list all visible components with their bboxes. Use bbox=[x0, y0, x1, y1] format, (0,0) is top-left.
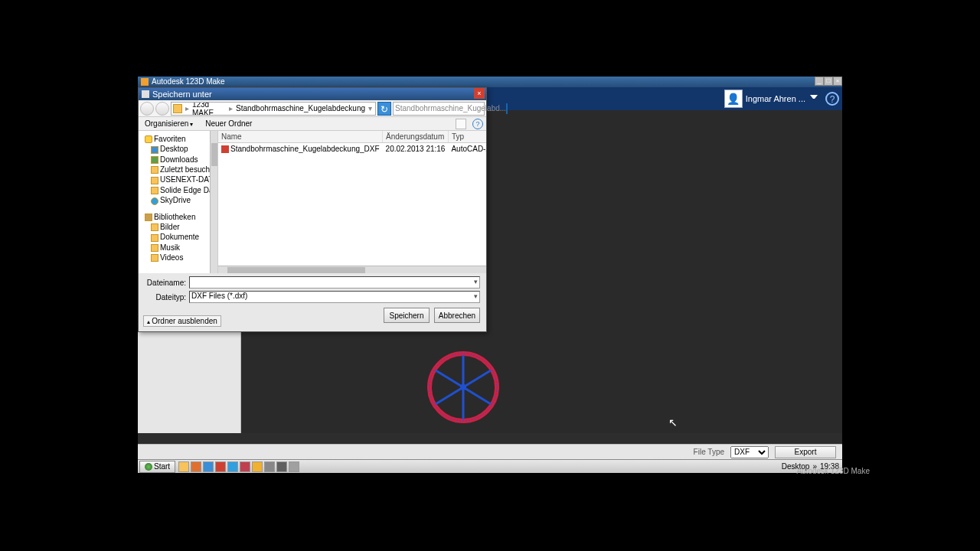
tree-downloads[interactable]: Downloads bbox=[142, 155, 217, 165]
dialog-help-button[interactable]: ? bbox=[472, 119, 483, 129]
path-seg-1[interactable]: Standbohrmaschine_Kugelabdeckung bbox=[234, 104, 367, 112]
tree-desktop[interactable]: Desktop bbox=[142, 144, 217, 154]
tree-solidedge[interactable]: Solide Edge Dateien bbox=[142, 185, 217, 195]
minimize-button[interactable]: _ bbox=[815, 77, 824, 86]
search-icon[interactable] bbox=[506, 103, 508, 114]
refresh-button[interactable]: ↻ bbox=[377, 102, 391, 116]
tree-libraries[interactable]: Bibliotheken bbox=[142, 212, 217, 222]
tree-scrollbar[interactable] bbox=[210, 131, 217, 273]
svg-line-3 bbox=[463, 370, 491, 387]
tree-documents[interactable]: Dokumente bbox=[142, 232, 217, 242]
cancel-button[interactable]: Abbrechen bbox=[434, 308, 480, 323]
dialog-icon bbox=[142, 90, 149, 98]
svg-line-6 bbox=[436, 387, 463, 404]
quicklaunch-item-3[interactable] bbox=[215, 461, 226, 472]
dialog-titlebar[interactable]: Speichern unter × bbox=[139, 88, 486, 100]
start-button[interactable]: Start bbox=[139, 461, 175, 473]
quicklaunch-item-2[interactable] bbox=[203, 461, 214, 472]
folder-icon bbox=[173, 104, 182, 113]
nav-back-button[interactable] bbox=[140, 102, 154, 116]
dialog-nav: ▸ 123d MAKE ▸ Standbohrmaschine_Kugelabd… bbox=[139, 100, 486, 117]
tooltip: Autodesk 123D Make bbox=[796, 467, 870, 475]
file-icon bbox=[221, 145, 229, 153]
quicklaunch-item-1[interactable] bbox=[191, 461, 201, 472]
filename-label: Dateiname: bbox=[145, 279, 189, 287]
file-type-select[interactable]: DXF bbox=[730, 446, 769, 458]
dialog-close-button[interactable]: × bbox=[474, 88, 485, 99]
app-icon bbox=[141, 78, 149, 86]
filetype-select[interactable]: DXF Files (*.dxf) bbox=[189, 291, 480, 303]
maximize-button[interactable]: □ bbox=[824, 77, 833, 86]
folder-tree[interactable]: Favoriten Desktop Downloads Zuletzt besu… bbox=[139, 131, 218, 273]
app-titlebar[interactable]: Autodesk 123D Make _ □ × bbox=[138, 77, 842, 87]
quicklaunch-item-7[interactable] bbox=[264, 461, 275, 472]
start-orb-icon bbox=[145, 463, 152, 471]
quicklaunch-item-5[interactable] bbox=[240, 461, 250, 472]
search-box[interactable]: Standbohrmaschine_Kugelabd... bbox=[393, 102, 485, 116]
path-box[interactable]: ▸ 123d MAKE ▸ Standbohrmaschine_Kugelabd… bbox=[171, 102, 376, 116]
tree-favorites[interactable]: Favoriten bbox=[142, 134, 217, 144]
save-button[interactable]: Speichern bbox=[384, 308, 430, 323]
tree-usenext[interactable]: USENEXT-DATEN bbox=[142, 174, 217, 184]
organize-button[interactable]: Organisieren bbox=[142, 119, 196, 128]
app-title: Autodesk 123D Make bbox=[152, 77, 225, 87]
svg-point-8 bbox=[460, 384, 466, 390]
export-button[interactable]: Export bbox=[775, 446, 836, 458]
new-folder-button[interactable]: Neuer Ordner bbox=[202, 119, 255, 128]
wheel-preview bbox=[425, 349, 501, 425]
col-name[interactable]: Name bbox=[218, 131, 383, 143]
save-as-dialog: Speichern unter × ▸ 123d MAKE ▸ Standboh… bbox=[138, 87, 487, 332]
search-placeholder: Standbohrmaschine_Kugelabd... bbox=[395, 104, 506, 112]
view-button[interactable] bbox=[456, 119, 466, 129]
dialog-toolbar: Organisieren Neuer Ordner ? bbox=[139, 117, 486, 131]
user-menu[interactable]: 👤 Ingmar Ahren ... bbox=[724, 90, 822, 108]
filename-input[interactable] bbox=[189, 276, 480, 289]
list-hscrollbar[interactable] bbox=[218, 266, 486, 273]
app-footer: File Type DXF Export bbox=[138, 444, 842, 459]
help-button[interactable]: ? bbox=[825, 92, 839, 106]
file-type-label: File Type bbox=[694, 448, 724, 456]
tree-music[interactable]: Musik bbox=[142, 243, 217, 253]
avatar: 👤 bbox=[724, 90, 743, 108]
quicklaunch-item-0[interactable] bbox=[178, 461, 189, 472]
tree-videos[interactable]: Videos bbox=[142, 253, 217, 262]
start-label: Start bbox=[154, 462, 170, 471]
quicklaunch-item-6[interactable] bbox=[252, 461, 263, 472]
chevron-down-icon bbox=[810, 95, 818, 103]
col-date[interactable]: Änderungsdatum bbox=[383, 131, 449, 143]
user-name: Ingmar Ahren ... bbox=[746, 94, 805, 103]
quicklaunch-item-9[interactable] bbox=[289, 461, 299, 472]
filetype-label: Dateityp: bbox=[145, 293, 189, 302]
nav-forward-button[interactable] bbox=[155, 102, 169, 116]
tree-recent[interactable]: Zuletzt besucht bbox=[142, 165, 217, 174]
file-row[interactable]: Standbohrmaschine_Kugelabdeckung_DXF 20.… bbox=[218, 143, 486, 155]
close-button[interactable]: × bbox=[833, 77, 842, 86]
quicklaunch-item-4[interactable] bbox=[227, 461, 238, 472]
taskbar: Start Desktop » 19:38 bbox=[138, 459, 842, 473]
col-type[interactable]: Typ bbox=[448, 131, 486, 143]
svg-line-7 bbox=[436, 370, 463, 387]
dialog-bottom: Dateiname: Dateityp: DXF Files (*.dxf) S… bbox=[139, 273, 486, 331]
file-list[interactable]: Name Änderungsdatum Typ Standbohrmaschin… bbox=[218, 131, 486, 273]
svg-line-4 bbox=[463, 387, 491, 404]
cursor-icon: ↖ bbox=[668, 416, 678, 429]
hide-folders-button[interactable]: Ordner ausblenden bbox=[143, 315, 221, 327]
dialog-title: Speichern unter bbox=[152, 90, 212, 99]
path-seg-0[interactable]: 123d MAKE bbox=[191, 102, 227, 116]
tree-pictures[interactable]: Bilder bbox=[142, 222, 217, 232]
tree-skydrive[interactable]: SkyDrive bbox=[142, 195, 217, 205]
quicklaunch-item-8[interactable] bbox=[276, 461, 287, 472]
